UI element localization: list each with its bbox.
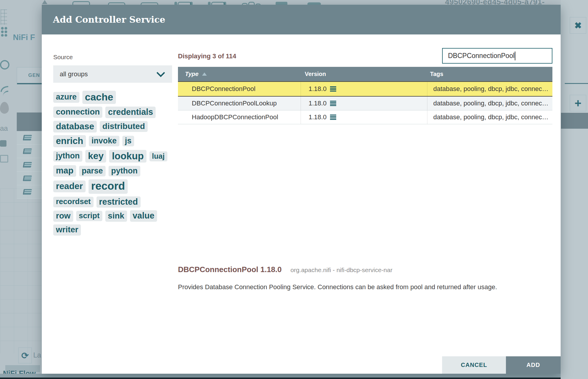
tag-chip-writer[interactable]: writer xyxy=(53,224,81,236)
cell-tags: database, pooling, dbcp, jdbc, connec… xyxy=(427,110,552,124)
selected-service-bundle: org.apache.nifi - nifi-dbcp-service-nar xyxy=(291,267,393,273)
tag-chip-js[interactable]: js xyxy=(122,136,134,146)
book-icon xyxy=(23,162,32,168)
book-icon xyxy=(23,135,32,140)
tag-row: rowscriptsinkvalue xyxy=(53,210,194,222)
dialog-header: Add Controller Service xyxy=(42,5,561,34)
tag-chip-azure[interactable]: azure xyxy=(53,92,79,102)
tab-general-label: GEN xyxy=(28,72,40,78)
table-row-HadoopDBCPConnectionPool[interactable]: HadoopDBCPConnectionPool1.18.0database, … xyxy=(178,110,552,124)
tag-chip-sink[interactable]: sink xyxy=(105,211,127,222)
table-row-DBCPConnectionPoolLookup[interactable]: DBCPConnectionPoolLookup1.18.0database, … xyxy=(178,97,552,110)
controller-services-table: Type Version Tags DBCPConnectionPool1.18… xyxy=(178,67,552,124)
tag-chip-credentials[interactable]: credentials xyxy=(105,107,156,118)
selected-service-description: Provides Database Connection Pooling Ser… xyxy=(178,283,557,291)
canvas-grid xyxy=(0,188,42,353)
source-group-select[interactable]: all groups xyxy=(53,65,172,83)
canvas-palette: aa xyxy=(0,7,9,190)
add-button[interactable]: ADD xyxy=(506,356,561,374)
tag-chip-enrich[interactable]: enrich xyxy=(53,135,86,147)
settings-right-rail: ✖ + xyxy=(561,0,588,379)
tag-chip-parse[interactable]: parse xyxy=(79,166,106,176)
version-list-icon[interactable] xyxy=(330,101,336,106)
tag-chip-connection[interactable]: connection xyxy=(53,107,102,118)
cell-type: DBCPConnectionPool xyxy=(178,82,301,96)
tag-chip-value[interactable]: value xyxy=(130,210,157,222)
filter-search-input[interactable]: DBCPConnectionPool xyxy=(442,48,552,64)
tag-chip-script[interactable]: script xyxy=(76,211,102,221)
sort-asc-icon xyxy=(202,72,207,76)
tag-chip-restricted[interactable]: restricted xyxy=(96,196,141,208)
tag-chip-python[interactable]: python xyxy=(109,166,140,176)
tag-chip-database[interactable]: database xyxy=(53,121,97,133)
tag-row: jythonkeylookupluaj xyxy=(53,150,194,163)
tag-cloud: azurecacheconnectioncredentialsdatabased… xyxy=(53,91,194,238)
tag-chip-luaj[interactable]: luaj xyxy=(149,151,167,161)
cell-version: 1.18.0 xyxy=(301,82,427,96)
tag-chip-recordset[interactable]: recordset xyxy=(53,197,94,207)
tag-row: readerrecord xyxy=(53,179,194,193)
tag-chip-invoke[interactable]: invoke xyxy=(89,136,119,146)
background-service-row xyxy=(17,172,42,185)
droplet-icon xyxy=(0,102,9,114)
extension-icon xyxy=(0,140,6,147)
nifi-screen: 49502690-ed45-4d05-a791-1b4ece575a55 aa … xyxy=(0,0,588,379)
refresh-button: ⟳ xyxy=(18,347,32,363)
divider xyxy=(565,83,588,84)
history-icon xyxy=(0,60,9,69)
tab-general: GEN xyxy=(17,67,42,85)
tag-chip-record[interactable]: record xyxy=(89,179,128,193)
tag-row: enrichinvokejs xyxy=(53,135,194,147)
tag-row: writer xyxy=(53,224,194,236)
tag-row: mapparsepython xyxy=(53,165,194,177)
tag-chip-lookup[interactable]: lookup xyxy=(109,150,146,163)
source-label: Source xyxy=(53,54,73,61)
filter-search-value: DBCPConnectionPool xyxy=(448,52,514,60)
background-table-header xyxy=(17,112,42,131)
results-summary: Displaying 3 of 114 xyxy=(178,52,236,60)
text-caret xyxy=(515,52,515,60)
version-list-icon[interactable] xyxy=(330,115,336,120)
refresh-icon: ⟳ xyxy=(21,350,29,361)
bottom-bar xyxy=(0,378,588,379)
column-header-version-label: Version xyxy=(305,71,326,77)
tag-chip-cache[interactable]: cache xyxy=(82,91,116,104)
dots-icon xyxy=(1,27,8,37)
tag-row: azurecache xyxy=(53,91,194,104)
version-value: 1.18.0 xyxy=(309,113,327,121)
background-service-row xyxy=(17,131,42,145)
column-header-tags[interactable]: Tags xyxy=(427,71,552,77)
active-tab-underline xyxy=(17,83,42,84)
settings-page-title: NiFi F xyxy=(13,33,35,42)
dialog-title: Add Controller Service xyxy=(53,14,165,25)
tag-row: recordsetrestricted xyxy=(53,196,194,208)
cell-tags: database, pooling, dbcp, jdbc, connec… xyxy=(427,97,552,110)
version-value: 1.18.0 xyxy=(309,85,327,93)
cancel-button[interactable]: CANCEL xyxy=(442,356,506,374)
text-size-label: aa xyxy=(0,124,8,133)
column-header-version[interactable]: Version xyxy=(301,71,427,77)
grid-icon xyxy=(1,9,7,25)
table-row-DBCPConnectionPool[interactable]: DBCPConnectionPool1.18.0database, poolin… xyxy=(178,81,552,97)
chevron-down-icon xyxy=(156,69,165,77)
add-controller-service-dialog: Add Controller Service Source all groups… xyxy=(42,5,561,374)
cell-version: 1.18.0 xyxy=(301,110,427,124)
column-header-type[interactable]: Type xyxy=(178,71,301,77)
version-list-icon[interactable] xyxy=(330,86,336,92)
tag-chip-jython[interactable]: jython xyxy=(53,151,82,161)
tag-chip-row[interactable]: row xyxy=(53,211,73,222)
tag-chip-distributed[interactable]: distributed xyxy=(100,121,148,132)
column-header-type-label: Type xyxy=(185,71,199,77)
tag-row: databasedistributed xyxy=(53,121,194,133)
background-service-row xyxy=(17,185,42,199)
cell-tags: database, pooling, dbcp, jdbc, connec… xyxy=(427,82,552,96)
selected-service-detail: DBCPConnectionPool 1.18.0org.apache.nifi… xyxy=(178,265,392,274)
tag-chip-map[interactable]: map xyxy=(53,165,76,177)
tag-chip-reader[interactable]: reader xyxy=(53,181,86,192)
background-service-rows xyxy=(17,131,42,199)
book-icon xyxy=(23,189,32,195)
version-value: 1.18.0 xyxy=(309,100,327,107)
close-icon: ✖ xyxy=(574,20,582,31)
plus-icon: + xyxy=(574,97,581,109)
tag-chip-key[interactable]: key xyxy=(85,150,106,162)
